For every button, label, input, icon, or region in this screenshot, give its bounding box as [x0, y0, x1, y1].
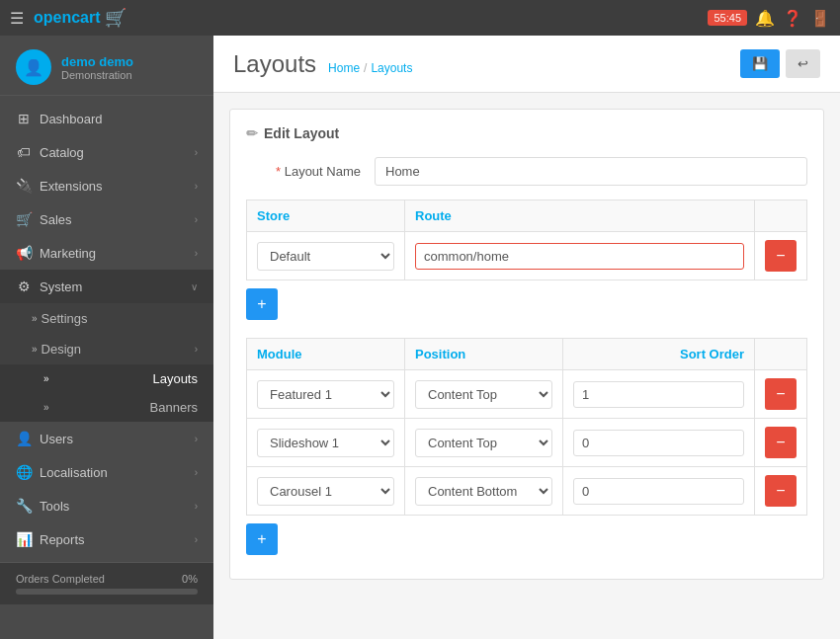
- sidebar-item-label: Dashboard: [40, 112, 103, 126]
- table-row: Default −: [247, 232, 807, 280]
- remove-module-button-2[interactable]: −: [765, 427, 797, 458]
- logo-cart-icon: 🛒: [105, 7, 126, 29]
- store-cell: Default: [247, 232, 405, 280]
- design-submenu: » Layouts » Banners: [0, 364, 213, 422]
- chevron-right-icon: ›: [195, 147, 198, 158]
- layouts-label: Layouts: [152, 371, 198, 386]
- sortorder-cell: [563, 419, 755, 467]
- sidebar-item-label: Extensions: [40, 179, 103, 194]
- topbar-right: 55:45 🔔 ❓ 🚪: [708, 9, 830, 28]
- chevron-right-icon: ›: [195, 248, 198, 259]
- route-cell: [405, 232, 755, 280]
- sidebar-item-label: Sales: [40, 212, 72, 227]
- localisation-icon: 🌐: [16, 464, 32, 480]
- table-row: Featured 1 Slideshow 1 Carousel 1 Conten…: [247, 370, 807, 419]
- save-button[interactable]: 💾: [740, 49, 780, 78]
- sidebar-item-system[interactable]: ⚙ System ∨: [0, 270, 213, 303]
- breadcrumb-home[interactable]: Home: [328, 61, 360, 75]
- route-input[interactable]: [415, 243, 744, 270]
- store-route-table: Store Route Default: [246, 200, 807, 280]
- banners-label: Banners: [150, 400, 198, 415]
- store-select[interactable]: Default: [257, 242, 394, 271]
- chevron-right-icon: ›: [195, 344, 198, 355]
- extensions-icon: 🔌: [16, 178, 32, 194]
- layout-name-input[interactable]: [375, 157, 807, 186]
- add-store-button[interactable]: +: [246, 288, 278, 320]
- notification-badge[interactable]: 55:45: [708, 10, 747, 26]
- sidebar-item-design[interactable]: » Design ›: [0, 334, 213, 364]
- sidebar-item-localisation[interactable]: 🌐 Localisation ›: [0, 455, 213, 489]
- sidebar-item-reports[interactable]: 📊 Reports ›: [0, 522, 213, 556]
- sidebar-item-tools[interactable]: 🔧 Tools ›: [0, 489, 213, 522]
- users-icon: 👤: [16, 431, 32, 446]
- module-section: Module Position Sort Order Featured 1: [246, 338, 807, 563]
- module-action-header: [755, 339, 807, 370]
- sidebar-item-sales[interactable]: 🛒 Sales ›: [0, 202, 213, 236]
- system-icon: ⚙: [16, 279, 32, 294]
- breadcrumb-layouts[interactable]: Layouts: [371, 61, 412, 75]
- arrow-icon: »: [32, 344, 38, 355]
- add-module-button[interactable]: +: [246, 523, 278, 555]
- table-row: Featured 1 Slideshow 1 Carousel 1 Conten…: [247, 467, 807, 516]
- sortorder-cell: [563, 467, 755, 516]
- breadcrumb-sep: /: [364, 61, 367, 75]
- sidebar-item-dashboard[interactable]: ⊞ Dashboard: [0, 102, 213, 135]
- arrow-icon: »: [43, 402, 49, 413]
- hamburger-icon[interactable]: ☰: [10, 9, 24, 28]
- store-row-action: −: [755, 232, 807, 280]
- page-header: Layouts Home / Layouts 💾 ↩: [213, 36, 840, 93]
- module-row-action-3: −: [755, 467, 807, 516]
- sidebar-item-users[interactable]: 👤 Users ›: [0, 422, 213, 455]
- module-select-3[interactable]: Featured 1 Slideshow 1 Carousel 1: [257, 477, 394, 506]
- back-button[interactable]: ↩: [786, 49, 820, 78]
- bell-icon[interactable]: 🔔: [755, 9, 775, 28]
- user-info: demo demo Demonstration: [61, 54, 133, 81]
- sidebar-item-extensions[interactable]: 🔌 Extensions ›: [0, 169, 213, 202]
- sortorder-input-3[interactable]: [573, 478, 744, 505]
- topbar-left: ☰ opencart 🛒: [10, 7, 126, 29]
- chevron-right-icon: ›: [195, 434, 198, 444]
- orders-percent: 0%: [182, 573, 198, 585]
- module-table: Module Position Sort Order Featured 1: [246, 338, 807, 516]
- module-column-header: Module: [247, 339, 405, 370]
- sidebar-item-label: Marketing: [40, 246, 96, 261]
- back-icon: ↩: [798, 56, 808, 71]
- logout-icon[interactable]: 🚪: [810, 9, 830, 28]
- remove-store-button[interactable]: −: [765, 240, 797, 272]
- marketing-icon: 📢: [16, 245, 32, 261]
- logo: opencart 🛒: [34, 7, 126, 29]
- store-column-header: Store: [247, 200, 405, 232]
- card-title-text: Edit Layout: [264, 125, 339, 141]
- position-select-3[interactable]: Content Top Content Bottom: [415, 477, 552, 506]
- sales-icon: 🛒: [16, 211, 32, 227]
- help-icon[interactable]: ❓: [783, 9, 802, 28]
- sidebar-item-marketing[interactable]: 📢 Marketing ›: [0, 236, 213, 270]
- module-select-2[interactable]: Featured 1 Slideshow 1 Carousel 1: [257, 429, 394, 457]
- sortorder-input-2[interactable]: [573, 430, 744, 456]
- remove-module-button-1[interactable]: −: [765, 378, 797, 410]
- position-select-1[interactable]: Content Top Content Bottom: [415, 380, 552, 409]
- module-select-1[interactable]: Featured 1 Slideshow 1 Carousel 1: [257, 380, 394, 409]
- layout-name-group: * Layout Name: [246, 157, 807, 186]
- sidebar-item-catalog[interactable]: 🏷 Catalog ›: [0, 135, 213, 169]
- module-row-action-1: −: [755, 370, 807, 419]
- sidebar-item-settings[interactable]: » Settings: [0, 303, 213, 334]
- edit-layout-card: ✏ Edit Layout * Layout Name Store Route: [229, 109, 824, 580]
- sidebar-item-banners[interactable]: » Banners: [0, 393, 213, 422]
- sidebar-nav: ⊞ Dashboard 🏷 Catalog › 🔌 Extensions ›: [0, 96, 213, 562]
- app-body: 👤 demo demo Demonstration ⊞ Dashboard 🏷 …: [0, 36, 840, 639]
- sidebar-item-layouts[interactable]: » Layouts: [0, 364, 213, 393]
- remove-module-button-3[interactable]: −: [765, 475, 797, 507]
- sidebar-item-label: Tools: [40, 499, 69, 514]
- catalog-icon: 🏷: [16, 144, 32, 160]
- save-icon: 💾: [752, 56, 768, 71]
- user-name: demo demo: [61, 54, 133, 69]
- orders-progress-bar: [16, 589, 198, 595]
- store-action-header: [755, 200, 807, 232]
- sortorder-input-1[interactable]: [573, 381, 744, 408]
- position-cell: Content Top Content Bottom: [405, 370, 563, 419]
- sidebar-item-label: Catalog: [40, 145, 84, 160]
- position-select-2[interactable]: Content Top Content Bottom: [415, 429, 552, 457]
- module-cell: Featured 1 Slideshow 1 Carousel 1: [247, 467, 405, 516]
- reports-icon: 📊: [16, 531, 32, 547]
